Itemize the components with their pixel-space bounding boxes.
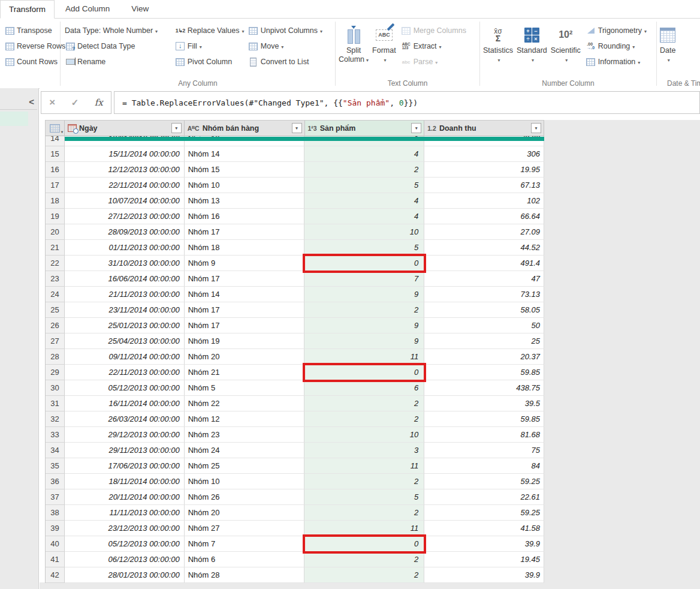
cell-product[interactable]: 9 xyxy=(304,333,424,349)
fx-icon[interactable]: fx xyxy=(95,97,103,108)
cell-group[interactable]: Nhóm 10 xyxy=(185,474,305,489)
row-number[interactable]: 32 xyxy=(46,411,65,427)
cell-date[interactable]: 21/11/2013 00:00:00 xyxy=(65,287,185,302)
cell-product[interactable]: 9 xyxy=(304,318,424,333)
cell-group[interactable]: Nhóm 19 xyxy=(185,333,305,349)
row-number[interactable]: 17 xyxy=(46,178,65,193)
cell-revenue[interactable]: 39.5 xyxy=(424,396,544,411)
cell-revenue[interactable]: 58.05 xyxy=(424,302,544,318)
cell-date[interactable]: 18/11/2014 00:00:00 xyxy=(65,474,185,489)
cell-product[interactable]: 7 xyxy=(304,271,424,287)
cell-group[interactable]: Nhóm 17 xyxy=(185,318,305,333)
cell-product[interactable]: 6 xyxy=(304,380,424,396)
cell-revenue[interactable]: 67.13 xyxy=(424,178,544,193)
cell-product-replaced-error[interactable]: 0 xyxy=(304,536,424,552)
convert-to-list-button[interactable]: Convert to List xyxy=(245,54,334,70)
cell-group[interactable]: Nhóm 14 xyxy=(185,287,305,302)
trigonometry-button[interactable]: Trigonometry ▾ xyxy=(583,23,650,38)
cell-product[interactable]: 4 xyxy=(304,193,424,209)
cell-product[interactable]: 2 xyxy=(304,162,424,178)
cell-date[interactable]: 28/01/2013 00:00:00 xyxy=(65,567,185,583)
cell-date[interactable]: 23/11/2014 00:00:00 xyxy=(65,302,185,318)
cell-group[interactable]: Nhóm 23 xyxy=(185,427,305,443)
cell-revenue[interactable]: 19.95 xyxy=(424,162,544,178)
cell-group[interactable]: Nhóm 10 xyxy=(185,178,305,193)
format-button[interactable]: ABC Format ▾ xyxy=(370,23,398,73)
cell-product[interactable]: 5 xyxy=(304,489,424,505)
cell-group[interactable]: Nhóm 27 xyxy=(185,521,305,536)
cell-revenue[interactable]: 41.58 xyxy=(424,521,544,536)
cell-group[interactable]: Nhóm 13 xyxy=(185,193,305,209)
cell-date[interactable]: 12/12/2013 00:00:00 xyxy=(65,162,185,178)
move-button[interactable]: Move ▾ xyxy=(245,38,334,54)
cell-group[interactable]: Nhóm 24 xyxy=(185,443,305,458)
cell-product[interactable]: 2 xyxy=(304,505,424,521)
formula-input[interactable]: = Table.ReplaceErrorValues(#"Changed Typ… xyxy=(114,91,700,114)
cell-product[interactable]: 10 xyxy=(304,224,424,240)
row-number[interactable]: 30 xyxy=(46,380,65,396)
row-number[interactable]: 25 xyxy=(46,302,65,318)
reverse-rows-button[interactable]: Reverse Rows xyxy=(1,38,59,54)
cell-product[interactable]: 11 xyxy=(304,521,424,536)
cell-group[interactable]: Nhóm 17 xyxy=(185,224,305,240)
cell-product[interactable]: 2 xyxy=(304,552,424,567)
cell-date[interactable]: 23/12/2013 00:00:00 xyxy=(65,521,185,536)
cell-product[interactable]: 5 xyxy=(304,178,424,193)
table-select-all-button[interactable]: ▾ xyxy=(46,121,65,136)
cell-revenue[interactable]: 491.4 xyxy=(424,256,544,271)
column-header-nhom-ban-hang[interactable]: AᴮC Nhóm bán hàng ▾ xyxy=(185,121,305,136)
row-number[interactable]: 19 xyxy=(46,209,65,224)
extract-button[interactable]: ABC123 Extract ▾ xyxy=(398,38,469,54)
cell-date[interactable]: 16/06/2014 00:00:00 xyxy=(65,271,185,287)
merge-columns-button[interactable]: Merge Columns xyxy=(398,23,469,38)
cell-date[interactable]: 25/01/2013 00:00:00 xyxy=(65,318,185,333)
cell-date[interactable]: 26/03/2014 00:00:00 xyxy=(65,411,185,427)
row-number[interactable]: 42 xyxy=(46,567,65,583)
cell-group[interactable]: Nhóm 14 xyxy=(185,146,305,162)
cell-group[interactable]: Nhóm 20 xyxy=(185,505,305,521)
row-number[interactable]: 24 xyxy=(46,287,65,302)
cell-date[interactable]: 16/11/2014 00:00:00 xyxy=(65,396,185,411)
rename-button[interactable]: Rename xyxy=(62,54,172,70)
cell-group[interactable]: Nhóm 16 xyxy=(185,209,305,224)
collapse-pane-icon[interactable]: < xyxy=(29,97,34,107)
cell-revenue[interactable]: 19.45 xyxy=(424,552,544,567)
cell-group[interactable]: Nhóm 20 xyxy=(185,349,305,365)
row-number[interactable]: 39 xyxy=(46,521,65,536)
cell-date[interactable]: 10/07/2014 00:00:00 xyxy=(65,193,185,209)
cell-revenue[interactable]: 27.09 xyxy=(424,224,544,240)
cell-group[interactable]: Nhóm 22 xyxy=(185,396,305,411)
cell-date[interactable]: 15/11/2014 00:00:00 xyxy=(65,146,185,162)
unpivot-columns-button[interactable]: Unpivot Columns ▾ xyxy=(245,23,334,38)
row-number[interactable]: 20 xyxy=(46,224,65,240)
transpose-button[interactable]: Transpose xyxy=(1,23,59,38)
row-number[interactable]: 33 xyxy=(46,427,65,443)
cell-group[interactable]: Nhóm 7 xyxy=(185,536,305,552)
query-selected-indicator[interactable] xyxy=(0,112,28,126)
cell-date[interactable]: 09/11/2014 00:00:00 xyxy=(65,349,185,365)
cell-date[interactable]: 11/11/2013 00:00:00 xyxy=(65,505,185,521)
cell-product[interactable]: 2 xyxy=(304,411,424,427)
cell-revenue[interactable]: 59.85 xyxy=(424,365,544,380)
detect-data-type-button[interactable]: Detect Data Type xyxy=(62,38,172,54)
row-number[interactable]: 36 xyxy=(46,474,65,489)
row-number[interactable]: 28 xyxy=(46,349,65,365)
cell-product[interactable]: 4 xyxy=(304,209,424,224)
cell-group[interactable]: Nhóm 21 xyxy=(185,365,305,380)
cell-product[interactable]: 10 xyxy=(304,427,424,443)
statistics-button[interactable]: x̄σΣ Statistics ▾ xyxy=(481,23,515,73)
cell-revenue[interactable]: 102 xyxy=(424,193,544,209)
row-number[interactable]: 37 xyxy=(46,489,65,505)
cell-revenue[interactable]: 25 xyxy=(424,333,544,349)
cell-product[interactable]: 9 xyxy=(304,287,424,302)
column-header-san-pham[interactable]: 1²3 Sản phẩm ▾ xyxy=(305,121,425,136)
row-number[interactable]: 38 xyxy=(46,505,65,521)
cell-date[interactable]: 17/06/2013 00:00:00 xyxy=(65,458,185,474)
fill-button[interactable]: ↓ Fill ▾ xyxy=(172,38,245,54)
parse-button[interactable]: abc Parse ▾ xyxy=(398,54,469,70)
row-number[interactable]: 27 xyxy=(46,333,65,349)
filter-button[interactable]: ▾ xyxy=(292,123,302,133)
tab-add-column[interactable]: Add Column xyxy=(55,0,120,18)
count-rows-button[interactable]: Count Rows xyxy=(1,54,59,70)
date-button[interactable]: Date ▾ xyxy=(658,23,677,73)
